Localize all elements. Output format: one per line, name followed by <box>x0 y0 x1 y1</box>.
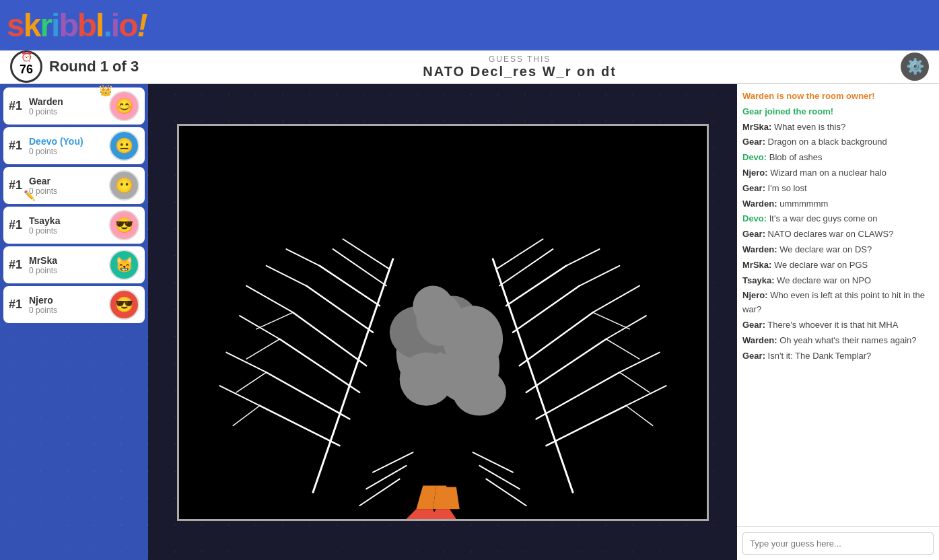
top-bar: 76 Round 1 of 3 GUESS THIS NATO Decl_res… <box>0 50 939 84</box>
chat-text: It's a war dec guys come on <box>769 213 878 223</box>
svg-point-50 <box>399 352 452 405</box>
logo: skribbl.io! <box>7 9 146 42</box>
logo-l: l <box>96 7 103 43</box>
player-avatar: 😊 <box>109 91 139 121</box>
player-rank: #1 <box>9 218 26 232</box>
chat-message: Warden: ummmmmm <box>742 197 934 211</box>
player-name: Njero <box>29 295 109 306</box>
logo-i: i <box>51 7 59 43</box>
logo-i2: i <box>111 7 118 43</box>
word-hint: NATO Decl_res W_r on dt <box>423 64 617 79</box>
logo-exclamation: ! <box>137 7 146 43</box>
logo-o: o <box>118 7 137 43</box>
chat-sender: Gear: <box>742 320 765 330</box>
player-rank: #1 <box>9 99 26 113</box>
svg-point-53 <box>413 285 452 325</box>
chat-panel: Warden is now the room owner!Gear joined… <box>737 84 939 560</box>
chat-message: MrSka: What even is this? <box>742 120 934 135</box>
guess-this-label: GUESS THIS <box>139 55 901 64</box>
main-layout: 👑 #1 Warden 0 points 😊 #1 Deevo (You) 0 … <box>0 84 939 560</box>
chat-sender: Gear: <box>742 229 765 239</box>
chat-text: NATO declares war on CLAWS? <box>768 229 894 239</box>
chat-sender: MrSka: <box>742 122 771 132</box>
chat-message: Gear: There's whoever it is that hit MHA <box>742 318 934 332</box>
player-rank: #1 <box>9 298 26 312</box>
player-points: 0 points <box>29 226 109 236</box>
chat-message: Njero: Who even is left at this point to… <box>742 289 934 317</box>
player-name: Deevo (You) <box>29 136 109 147</box>
player-item: #1 Deevo (You) 0 points 😐 <box>3 127 145 164</box>
player-avatar: 😶 <box>109 170 139 201</box>
player-avatar: 😐 <box>109 131 139 161</box>
chat-message: Njero: Wizard man on a nuclear halo <box>742 166 934 180</box>
chat-sender: Njero: <box>742 168 768 178</box>
chat-message: Gear: I'm so lost <box>742 182 934 196</box>
chat-sender: Gear: <box>742 183 765 193</box>
player-info: Warden 0 points <box>29 96 109 116</box>
chat-text: What even is this? <box>774 122 845 132</box>
canvas-area <box>148 84 737 560</box>
chat-input-container <box>737 526 939 560</box>
chat-message: Warden: Oh yeah what's their names again… <box>742 334 934 348</box>
chat-message: Warden is now the room owner! <box>742 90 934 104</box>
header: skribbl.io! <box>0 0 939 50</box>
chat-text: We declare war on DS? <box>779 244 872 254</box>
logo-b2: b <box>77 7 96 43</box>
logo-s: s <box>7 7 24 43</box>
chat-message: Gear: NATO declares war on CLAWS? <box>742 228 934 242</box>
chat-message: Gear: Dragon on a black background <box>742 135 934 149</box>
chat-sender: Warden: <box>742 244 777 254</box>
player-points: 0 points <box>29 147 109 156</box>
chat-sender: MrSka: <box>742 260 771 270</box>
chat-text: There's whoever it is that hit MHA <box>767 320 898 330</box>
player-rank: #1 <box>9 139 26 153</box>
settings-button[interactable]: ⚙️ <box>901 53 929 81</box>
chat-text: ummmmmm <box>779 199 828 209</box>
player-info: Njero 0 points <box>29 295 109 315</box>
chat-text: Oh yeah what's their names again? <box>779 335 916 345</box>
chat-sender: Njero: <box>742 290 768 300</box>
player-name: Tsayka <box>29 215 109 226</box>
crown-icon: 👑 <box>99 84 112 97</box>
player-points: 0 points <box>29 306 109 315</box>
chat-sender: Gear: <box>742 137 765 147</box>
player-name: Warden <box>29 96 109 107</box>
chat-text: Who even is left at this point to hit in… <box>742 290 925 314</box>
chat-text: We declare war on PGS <box>774 260 868 270</box>
pencil-icon: ✏️ <box>24 190 35 201</box>
drawing-canvas <box>177 124 709 521</box>
player-info: Gear 0 points <box>29 176 109 196</box>
guess-area: GUESS THIS NATO Decl_res W_r on dt <box>139 55 901 79</box>
round-info: Round 1 of 3 <box>49 58 139 75</box>
chat-text: I'm so lost <box>768 183 807 193</box>
player-avatar: 😎 <box>109 210 139 240</box>
timer-value: 76 <box>20 63 33 77</box>
chat-message: Warden: We declare war on DS? <box>742 243 934 257</box>
chat-sender: Tsayka: <box>742 275 774 285</box>
logo-r: r <box>40 7 51 43</box>
chat-text: We declare war on NPO <box>777 275 871 285</box>
player-info: Deevo (You) 0 points <box>29 136 109 156</box>
chat-sender: Warden: <box>742 335 777 345</box>
logo-k: k <box>24 7 40 43</box>
chat-sender: Gear: <box>742 351 765 361</box>
chat-message: Devo: It's a war dec guys come on <box>742 212 934 226</box>
chat-message: MrSka: We declare war on PGS <box>742 258 934 273</box>
player-name: Gear <box>29 176 109 186</box>
chat-text: Wizard man on a nuclear halo <box>770 168 886 178</box>
chat-sender: Warden: <box>742 199 777 209</box>
chat-input[interactable] <box>742 532 934 555</box>
player-points: 0 points <box>29 266 109 275</box>
chat-message: Gear: Isn't it: The Dank Templar? <box>742 349 934 363</box>
player-item: #1 Tsayka 0 points 😎 <box>3 207 145 244</box>
player-item: 👑 #1 Warden 0 points 😊 <box>3 88 145 125</box>
player-avatar: 😎 <box>109 289 139 320</box>
player-avatar: 😸 <box>109 250 139 280</box>
player-item: #1 Njero 0 points 😎 <box>3 286 145 323</box>
svg-point-51 <box>452 369 506 415</box>
logo-b: b <box>59 7 77 43</box>
player-list: 👑 #1 Warden 0 points 😊 #1 Deevo (You) 0 … <box>0 84 148 560</box>
player-info: Tsayka 0 points <box>29 215 109 236</box>
logo-dot: . <box>103 7 110 43</box>
chat-sender: Devo: <box>742 213 767 223</box>
